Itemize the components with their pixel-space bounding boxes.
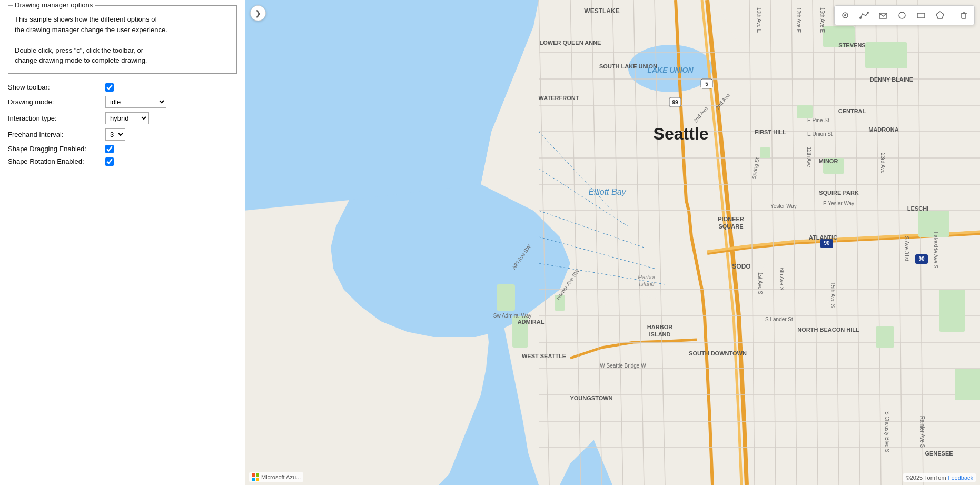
svg-text:WEST SEATTLE: WEST SEATTLE	[522, 353, 566, 359]
polygon-tool-button[interactable]	[933, 8, 947, 23]
options-box: Drawing manager options This sample show…	[8, 5, 237, 74]
svg-rect-55	[497, 284, 515, 311]
svg-text:99: 99	[672, 100, 678, 105]
ms-logo-text: Microsoft Azu...	[261, 474, 301, 480]
shape-dragging-value	[105, 145, 114, 153]
description: This sample shows how the different opti…	[15, 14, 230, 66]
svg-point-1	[844, 14, 846, 16]
ms-squares-icon	[252, 473, 259, 481]
svg-text:FIRST HILL: FIRST HILL	[755, 129, 786, 135]
polyline-tool-button[interactable]	[857, 8, 872, 23]
svg-text:E Union St: E Union St	[807, 131, 833, 137]
svg-text:YOUNGSTOWN: YOUNGSTOWN	[570, 395, 612, 401]
freehand-interval-select[interactable]: 1 2 3 4 5	[105, 128, 125, 141]
svg-text:DENNY BLAINE: DENNY BLAINE	[870, 76, 913, 83]
svg-text:E Pine St: E Pine St	[807, 117, 829, 123]
freehand-interval-row: Freehand Interval: 1 2 3 4 5	[8, 128, 237, 141]
svg-text:90: 90	[918, 256, 925, 262]
svg-text:Rainier Ave S: Rainier Ave S	[919, 416, 925, 448]
circle-tool-button[interactable]	[895, 8, 909, 23]
svg-text:90: 90	[824, 240, 830, 246]
svg-text:SQUIRE PARK: SQUIRE PARK	[819, 190, 859, 196]
svg-text:12th Ave: 12th Ave	[806, 147, 812, 167]
svg-marker-7	[936, 12, 944, 18]
svg-text:Island: Island	[639, 281, 655, 287]
delete-icon	[959, 11, 968, 20]
svg-text:5: 5	[705, 81, 708, 87]
svg-text:SODO: SODO	[732, 263, 750, 270]
svg-text:Lakeside Ave S: Lakeside Ave S	[933, 232, 938, 269]
polygon-icon	[935, 11, 945, 20]
svg-rect-8	[962, 14, 966, 18]
svg-rect-51	[760, 147, 770, 158]
map-attribution: ©2025 TomTom Feedback	[903, 473, 976, 482]
show-toolbar-label: Show toolbar:	[8, 83, 105, 91]
ms-logo: Microsoft Azu...	[249, 472, 303, 482]
svg-text:SOUTH DOWNTOWN: SOUTH DOWNTOWN	[689, 350, 747, 357]
shape-rotation-row: Shape Rotation Enabled:	[8, 157, 237, 166]
svg-text:NORTH BEACON HILL: NORTH BEACON HILL	[797, 326, 859, 333]
mail-tool-button[interactable]	[876, 8, 890, 23]
svg-text:ATLANTIC: ATLANTIC	[809, 234, 837, 241]
rectangle-icon	[916, 11, 926, 20]
svg-text:Sw Admiral Way: Sw Admiral Way	[493, 313, 531, 319]
drawing-mode-label: Drawing mode:	[8, 98, 105, 106]
interaction-type-select[interactable]: click freehand hybrid	[105, 112, 149, 124]
circle-draw-icon	[897, 11, 907, 20]
delete-tool-button[interactable]	[956, 8, 971, 23]
show-toolbar-row: Show toolbar:	[8, 83, 237, 92]
svg-text:S Lander St: S Lander St	[765, 316, 793, 322]
svg-text:23rd Ave: 23rd Ave	[880, 153, 886, 174]
svg-text:10th Ave E: 10th Ave E	[756, 7, 762, 33]
svg-text:S Cheasty Blvd S: S Cheasty Blvd S	[884, 411, 890, 452]
svg-rect-59	[955, 369, 980, 400]
map-container[interactable]: ❯	[245, 0, 980, 485]
svg-text:12th Ave E: 12th Ave E	[796, 7, 801, 33]
shape-dragging-row: Shape Dragging Enabled:	[8, 145, 237, 153]
svg-text:1st Ave S: 1st Ave S	[757, 272, 763, 294]
svg-text:ISLAND: ISLAND	[649, 331, 671, 338]
feedback-link[interactable]: Feedback	[948, 474, 973, 481]
svg-rect-50	[797, 105, 813, 118]
drawing-mode-row: Drawing mode: idle draw-point draw-line …	[8, 96, 237, 108]
shape-rotation-value	[105, 157, 114, 166]
svg-text:S Ave 31st: S Ave 31st	[904, 236, 909, 261]
svg-text:15th Ave S: 15th Ave S	[830, 282, 836, 308]
shape-rotation-label: Shape Rotation Enabled:	[8, 157, 105, 165]
freehand-interval-label: Freehand Interval:	[8, 131, 105, 138]
interaction-type-value: click freehand hybrid	[105, 112, 149, 124]
svg-text:WATERFRONT: WATERFRONT	[539, 95, 579, 101]
svg-text:ADMIRAL: ADMIRAL	[518, 319, 545, 325]
shape-dragging-checkbox[interactable]	[105, 145, 114, 153]
map-nav-button[interactable]: ❯	[250, 5, 266, 21]
svg-text:WESTLAKE: WESTLAKE	[584, 7, 619, 15]
svg-text:CENTRAL: CENTRAL	[838, 108, 866, 114]
svg-text:SQUARE: SQUARE	[718, 223, 743, 230]
show-toolbar-checkbox[interactable]	[105, 83, 114, 92]
left-panel: Drawing manager options This sample show…	[0, 0, 245, 485]
svg-text:MINOR: MINOR	[819, 158, 838, 164]
point-tool-button[interactable]	[838, 8, 853, 23]
svg-text:LOWER QUEEN ANNE: LOWER QUEEN ANNE	[540, 39, 601, 46]
nav-icon: ❯	[255, 9, 261, 17]
svg-text:Seattle: Seattle	[654, 124, 709, 143]
drawing-mode-select[interactable]: idle draw-point draw-line draw-polygon d…	[105, 96, 166, 108]
svg-text:GENESEE: GENESEE	[925, 450, 953, 457]
map-svg: 5 99 90 90 WESTLAKE LOWER QUEEN ANNE SOU…	[245, 0, 980, 485]
mail-icon	[878, 11, 888, 20]
svg-text:LAKE UNION: LAKE UNION	[647, 66, 694, 74]
options-box-title: Drawing manager options	[13, 1, 95, 9]
show-toolbar-value	[105, 83, 114, 92]
svg-text:15th Ave E: 15th Ave E	[819, 7, 825, 33]
shape-dragging-label: Shape Dragging Enabled:	[8, 145, 105, 153]
interaction-type-label: Interaction type:	[8, 114, 105, 122]
svg-text:PIONEER: PIONEER	[718, 216, 744, 222]
toolbar-divider	[952, 10, 952, 21]
svg-text:Yesler Way: Yesler Way	[770, 203, 797, 209]
svg-rect-6	[917, 13, 925, 18]
rectangle-tool-button[interactable]	[914, 8, 928, 23]
svg-text:STEVENS: STEVENS	[838, 42, 865, 48]
drawing-mode-value: idle draw-point draw-line draw-polygon d…	[105, 96, 166, 108]
shape-rotation-checkbox[interactable]	[105, 157, 114, 166]
freehand-interval-value: 1 2 3 4 5	[105, 128, 125, 141]
